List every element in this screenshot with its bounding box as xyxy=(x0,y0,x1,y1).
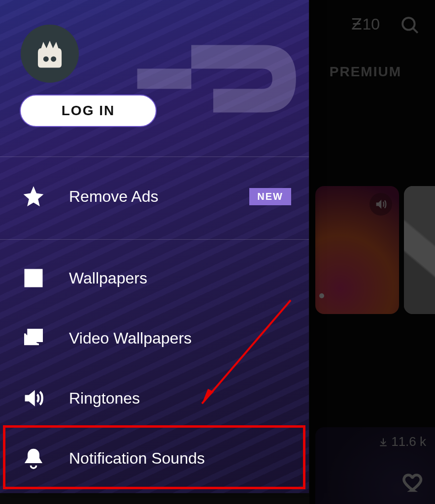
app-root: Ƶ10 PREMIUM Cru 11.6 k xyxy=(0,0,435,504)
nav-item-label: Notification Sounds xyxy=(69,449,205,468)
video-wallpaper-icon xyxy=(22,326,45,350)
nav-item-label: Remove Ads xyxy=(69,188,158,206)
nav-item-video-wallpapers[interactable]: Video Wallpapers xyxy=(0,311,309,365)
login-button[interactable]: LOG IN xyxy=(20,94,157,127)
svg-rect-4 xyxy=(26,270,42,286)
image-icon xyxy=(22,266,45,290)
speaker-icon xyxy=(22,386,45,410)
bell-icon xyxy=(22,446,45,470)
zedge-logo-icon xyxy=(128,20,315,138)
nav-item-wallpapers[interactable]: Wallpapers xyxy=(0,251,309,305)
drawer-scrim[interactable] xyxy=(309,0,435,504)
star-icon xyxy=(22,185,45,208)
nav-item-notification-sounds[interactable]: Notification Sounds xyxy=(0,431,309,485)
divider xyxy=(0,157,309,157)
svg-point-2 xyxy=(43,56,49,62)
navigation-drawer: LOG IN Remove Ads NEW Wallpapers Video W… xyxy=(0,0,309,493)
new-badge: NEW xyxy=(249,188,291,205)
divider xyxy=(0,239,309,240)
nav-item-label: Video Wallpapers xyxy=(69,329,192,347)
nav-item-remove-ads[interactable]: Remove Ads NEW xyxy=(0,169,309,223)
svg-point-3 xyxy=(51,56,56,62)
nav-item-label: Wallpapers xyxy=(69,269,147,287)
avatar[interactable] xyxy=(21,25,79,83)
nav-item-label: Ringtones xyxy=(69,389,140,408)
nav-item-ringtones[interactable]: Ringtones xyxy=(0,371,309,425)
